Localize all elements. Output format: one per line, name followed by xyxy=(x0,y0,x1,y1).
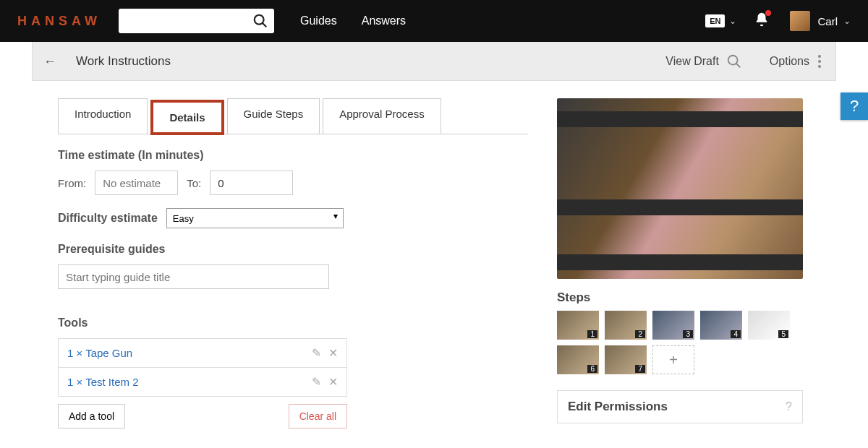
tool-link[interactable]: 1 × Test Item 2 xyxy=(67,376,312,388)
tool-item: 1 × Tape Gun ✎ ✕ xyxy=(59,339,346,368)
page-title: Work Instructions xyxy=(76,54,171,69)
prereq-label: Prerequisite guides xyxy=(58,243,528,256)
user-name[interactable]: Carl xyxy=(817,15,838,27)
svg-line-1 xyxy=(263,23,267,27)
clear-tools-button[interactable]: Clear all xyxy=(289,404,347,428)
language-chevron-icon[interactable]: ⌄ xyxy=(729,16,736,26)
edit-tool-icon[interactable]: ✎ xyxy=(312,346,321,360)
options-kebab-icon[interactable] xyxy=(818,55,821,68)
search-icon[interactable] xyxy=(252,13,268,29)
right-panel: Steps 1 2 3 4 5 6 7 + Edit Permissions ? xyxy=(557,98,803,448)
options-link[interactable]: Options xyxy=(770,55,809,68)
steps-heading: Steps xyxy=(557,290,803,305)
step-thumb[interactable]: 4 xyxy=(700,311,742,340)
edit-permissions-title: Edit Permissions xyxy=(568,400,668,414)
svg-line-3 xyxy=(736,63,741,67)
edit-tool-icon[interactable]: ✎ xyxy=(312,375,321,389)
to-label: To: xyxy=(187,177,201,189)
from-label: From: xyxy=(58,177,86,189)
sub-header: Work Instructions View Draft Options xyxy=(32,42,836,81)
notification-dot-icon xyxy=(765,10,771,16)
nav-guides[interactable]: Guides xyxy=(300,14,337,27)
back-arrow-icon[interactable]: ← xyxy=(43,54,56,69)
tabs: Introduction Details Guide Steps Approva… xyxy=(58,98,528,134)
remove-tool-icon[interactable]: ✕ xyxy=(328,375,338,389)
step-thumbnails: 1 2 3 4 5 6 7 + xyxy=(557,311,803,374)
svg-point-2 xyxy=(728,55,738,64)
tools-label: Tools xyxy=(58,316,528,329)
tab-details[interactable]: Details xyxy=(150,100,224,135)
tab-introduction[interactable]: Introduction xyxy=(58,98,148,134)
notifications-bell-icon[interactable] xyxy=(754,12,770,30)
guide-hero-image[interactable] xyxy=(557,98,803,279)
language-badge[interactable]: EN xyxy=(705,14,725,27)
permissions-help-icon[interactable]: ? xyxy=(786,400,792,413)
search-input[interactable] xyxy=(119,9,274,33)
time-estimate-heading: Time estimate (In minutes) xyxy=(58,149,528,162)
top-nav: HANSAW Guides Answers EN ⌄ Carl ⌄ xyxy=(0,0,868,42)
step-thumb[interactable]: 3 xyxy=(652,311,694,340)
add-tool-button[interactable]: Add a tool xyxy=(58,404,125,428)
difficulty-label: Difficulty estimate xyxy=(58,212,158,225)
tab-guide-steps[interactable]: Guide Steps xyxy=(227,98,320,134)
view-draft-link[interactable]: View Draft xyxy=(665,55,719,68)
tool-item: 1 × Test Item 2 ✎ ✕ xyxy=(59,368,346,397)
add-step-button[interactable]: + xyxy=(652,345,694,374)
edit-permissions-panel[interactable]: Edit Permissions ? xyxy=(557,390,803,423)
tab-approval-process[interactable]: Approval Process xyxy=(323,98,441,134)
remove-tool-icon[interactable]: ✕ xyxy=(328,346,338,360)
tool-link[interactable]: 1 × Tape Gun xyxy=(67,347,312,359)
step-thumb[interactable]: 5 xyxy=(748,311,790,340)
preview-search-icon[interactable] xyxy=(726,53,742,69)
step-thumb[interactable]: 1 xyxy=(557,311,599,340)
to-input[interactable] xyxy=(210,171,293,195)
user-menu-chevron-icon[interactable]: ⌄ xyxy=(843,16,851,26)
prereq-input[interactable] xyxy=(58,264,329,289)
help-tab-button[interactable]: ? xyxy=(841,92,868,120)
difficulty-select[interactable]: Easy xyxy=(166,208,344,228)
step-thumb[interactable]: 6 xyxy=(557,345,599,374)
step-thumb[interactable]: 7 xyxy=(605,345,647,374)
step-thumb[interactable]: 2 xyxy=(605,311,647,340)
from-input[interactable] xyxy=(95,171,178,195)
details-form: Introduction Details Guide Steps Approva… xyxy=(58,98,528,448)
search-wrap xyxy=(119,9,274,33)
brand-logo: HANSAW xyxy=(17,14,101,29)
user-avatar[interactable] xyxy=(790,11,810,31)
nav-answers[interactable]: Answers xyxy=(362,14,406,27)
svg-point-0 xyxy=(255,15,264,25)
tools-list: 1 × Tape Gun ✎ ✕ 1 × Test Item 2 ✎ ✕ xyxy=(58,338,347,397)
